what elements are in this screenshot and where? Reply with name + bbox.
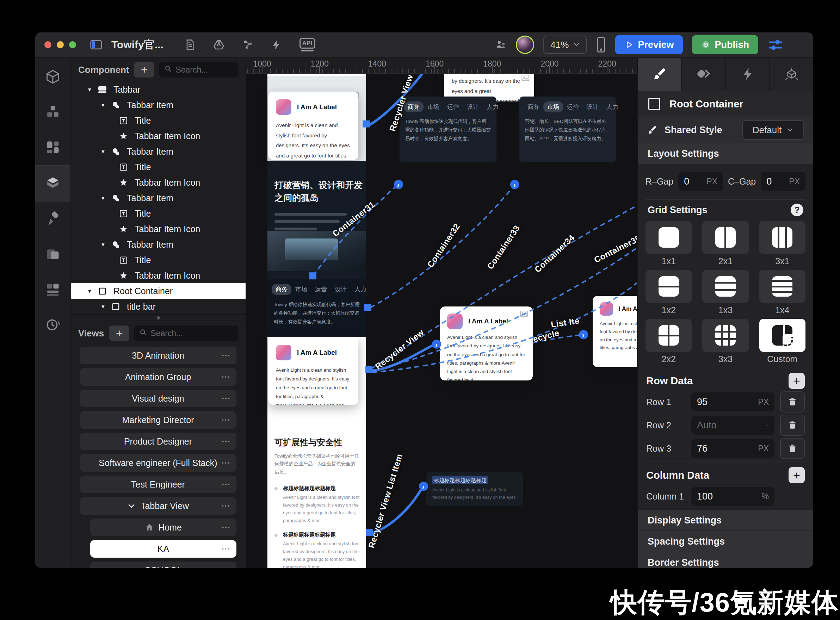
row-value-input[interactable]: Auto- <box>691 416 774 435</box>
view-item-menu[interactable]: ●●● <box>222 375 231 379</box>
add-component-button[interactable]: + <box>134 62 154 77</box>
tab-设计[interactable]: 设计 <box>463 101 483 112</box>
spacing-settings-header[interactable]: Spacing Settings <box>638 531 813 552</box>
view-item-software-engineer-full-stack[interactable]: Software engineer (Full Stack)●●● <box>80 454 236 472</box>
delete-row-button[interactable] <box>780 438 805 459</box>
zoom-level-dropdown[interactable]: 41% <box>543 36 587 54</box>
tab-商务[interactable]: 商务 <box>272 284 291 295</box>
display-settings-header[interactable]: Display Settings <box>638 509 813 531</box>
shared-style-dropdown[interactable]: Default <box>742 120 804 140</box>
view-item-tabbar-view[interactable]: Tabbar View●●● <box>80 497 236 515</box>
add-column-button[interactable]: + <box>789 467 805 483</box>
view-item-home[interactable]: Home●●● <box>90 519 236 536</box>
row-value-input[interactable]: 76PX <box>691 439 774 458</box>
tab-商务[interactable]: 商务 <box>404 101 423 112</box>
publish-button[interactable]: Publish <box>692 35 758 54</box>
grid-option-3x3[interactable]: 3x3 <box>702 319 748 368</box>
view-item-menu[interactable]: ●●● <box>222 461 231 465</box>
component-search-input[interactable]: Search... <box>159 62 239 77</box>
fullscreen-window-button[interactable] <box>69 41 76 48</box>
view-item-marketing-director[interactable]: Marketing Director●●● <box>80 411 236 429</box>
layout-blocks-icon[interactable] <box>35 272 71 307</box>
tab-section[interactable]: 商务市场运营设计人力 Towify 帮助你快速实现低代码，客户所需的各种功能，并… <box>268 279 366 337</box>
close-window-button[interactable] <box>44 41 51 48</box>
help-icon[interactable]: ? <box>791 204 803 216</box>
sidebar-toggle-icon[interactable] <box>90 39 102 50</box>
view-item-3d-animation[interactable]: 3D Animation●●● <box>80 347 236 364</box>
view-item-visual-design[interactable]: Visual design●●● <box>80 390 236 407</box>
view-item-ka[interactable]: KA●●● <box>90 540 236 558</box>
tab-shared-styles[interactable] <box>682 58 726 91</box>
data-flow-icon[interactable] <box>242 39 254 50</box>
frames-icon[interactable] <box>35 237 71 272</box>
grid-option-2x2[interactable]: 2x2 <box>646 319 692 368</box>
panel-resize-handle[interactable] <box>71 314 245 321</box>
3d-cube-icon[interactable] <box>35 59 71 95</box>
view-item-menu[interactable]: ●●● <box>222 504 231 508</box>
tab-3d[interactable] <box>770 58 813 91</box>
tree-item-tabbar-item-icon[interactable]: Tabbar Item Icon <box>71 175 245 190</box>
tree-item-tabbar-item-icon[interactable]: Tabbar Item Icon <box>71 221 245 237</box>
tab-人力[interactable]: 人力 <box>351 284 370 295</box>
tree-item-tabbar-item[interactable]: ▾Tabbar Item <box>71 237 245 252</box>
grid-option-2x1[interactable]: 2x1 <box>702 221 748 270</box>
grid-option-1x1[interactable]: 1x1 <box>646 221 692 270</box>
tab-运营[interactable]: 运营 <box>443 101 463 112</box>
view-item-menu[interactable]: ●●● <box>222 525 231 529</box>
tab-人力[interactable]: 人力 <box>602 101 622 112</box>
phone-artboard[interactable]: favored by designers. It's easy on the e… <box>268 68 366 568</box>
tree-item-tabbar-item[interactable]: ▾Tabbar Item <box>71 190 245 206</box>
history-icon[interactable] <box>35 307 71 342</box>
grid-option-3x1[interactable]: 3x1 <box>759 221 805 270</box>
preview-button[interactable]: Preview <box>615 35 683 54</box>
pages-icon[interactable] <box>184 39 196 50</box>
tab-运营[interactable]: 运营 <box>563 101 583 112</box>
tree-item-root-container[interactable]: ▾Root Container <box>71 283 245 299</box>
tree-item-title-bar[interactable]: ▾title bar <box>71 299 245 314</box>
tab-人力[interactable]: 人力 <box>483 101 503 112</box>
label-card-mid[interactable]: I Am A Label Avenir Light is a clean and… <box>440 307 533 381</box>
tab-商务[interactable]: 商务 <box>524 101 543 112</box>
design-canvas[interactable]: 1000120014001600180020002200 favored by … <box>246 58 637 568</box>
add-view-button[interactable]: + <box>109 325 129 341</box>
views-search-input[interactable]: Search... <box>134 325 239 341</box>
faded-list-card[interactable]: 标题标题标题标题标题 Avenir Light is a clean and s… <box>426 472 523 506</box>
tab-actions[interactable] <box>726 58 770 91</box>
tab-设计[interactable]: 设计 <box>331 284 351 295</box>
collaborators-icon[interactable] <box>495 39 507 50</box>
tab-市场[interactable]: 市场 <box>543 101 563 112</box>
marketing-card-business[interactable]: 商务市场运营设计人力 Towify 帮助你快速实现低代码，客户所需的各种功能，并… <box>400 96 497 162</box>
tree-item-title[interactable]: Title <box>71 252 245 268</box>
pin-tool-icon[interactable] <box>35 202 71 237</box>
view-item-menu[interactable]: ●●● <box>222 547 231 551</box>
tab-设计[interactable]: 设计 <box>583 101 602 112</box>
tree-item-title[interactable]: Title <box>71 206 245 221</box>
add-row-button[interactable]: + <box>789 373 805 389</box>
label-card-side[interactable]: I Am A Label Avenir Light is a clean and… <box>593 296 637 367</box>
tree-item-tabbar-item-icon[interactable]: Tabbar Item Icon <box>71 268 245 283</box>
avatar[interactable] <box>516 36 534 54</box>
grid-option-custom[interactable]: Custom <box>759 319 805 368</box>
tab-style[interactable] <box>638 58 682 91</box>
assets-icon[interactable] <box>213 39 225 50</box>
component-cubes-icon[interactable] <box>35 95 71 129</box>
hero-section[interactable]: 打破营销、设计和开发 之间的孤岛 <box>268 161 366 279</box>
view-item-school[interactable]: SCHOOL●●● <box>90 561 236 568</box>
r-gap-input[interactable]: 0 PX <box>678 172 723 191</box>
label-card-2[interactable]: I Am A Label Avenir Light is a clean and… <box>268 337 358 405</box>
tree-item-tabbar-item[interactable]: ▾Tabbar Item <box>71 144 245 159</box>
view-item-product-designer[interactable]: Product Designer●●● <box>80 433 236 450</box>
api-icon[interactable]: API <box>300 38 315 51</box>
column-value-input[interactable]: 100% <box>691 487 774 506</box>
delete-row-button[interactable] <box>780 391 805 412</box>
view-item-menu[interactable]: ●●● <box>222 354 231 357</box>
view-item-menu[interactable]: ●●● <box>222 397 231 400</box>
tab-运营[interactable]: 运营 <box>311 284 331 295</box>
actions-icon[interactable] <box>271 39 283 50</box>
layout-settings-header[interactable]: Layout Settings <box>638 143 813 164</box>
grid-option-1x3[interactable]: 1x3 <box>702 270 748 319</box>
grid-option-1x4[interactable]: 1x4 <box>759 270 805 319</box>
tree-item-tabbar[interactable]: ▾Tabbar <box>71 82 245 97</box>
dashboard-icon[interactable] <box>35 129 71 165</box>
device-preview-icon[interactable] <box>596 37 606 53</box>
